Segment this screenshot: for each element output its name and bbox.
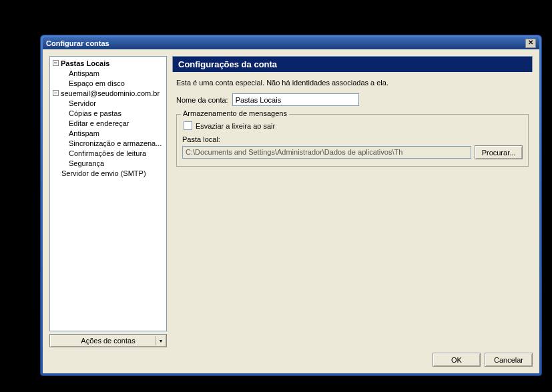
tree-item-security[interactable]: Segurança — [50, 158, 166, 168]
account-actions-button[interactable]: Ações de contas ▾ — [49, 334, 167, 347]
account-actions-label: Ações de contas — [81, 337, 135, 345]
tree-item-server[interactable]: Servidor — [50, 98, 166, 108]
tree-item-compose[interactable]: Editar e endereçar — [50, 118, 166, 128]
empty-trash-row: Esvaziar a lixeira ao sair — [184, 121, 523, 130]
empty-trash-label: Esvaziar a lixeira ao sair — [196, 122, 275, 130]
main-content: − Pastas Locais Antispam Espaço em disco… — [49, 56, 533, 347]
tree-item-email-account[interactable]: − seuemail@seudominio.com.br — [50, 88, 166, 98]
browse-button[interactable]: Procurar... — [475, 145, 523, 159]
ok-button[interactable]: OK — [433, 353, 481, 367]
account-name-input[interactable] — [232, 93, 359, 106]
local-folder-row: C:\Documents and Settings\Administrador\… — [182, 145, 523, 159]
chevron-down-icon[interactable]: ▾ — [156, 336, 165, 345]
window-title: Configurar contas — [46, 39, 109, 47]
tree-item-disk-space[interactable]: Espaço em disco — [50, 78, 166, 88]
client-area: − Pastas Locais Antispam Espaço em disco… — [43, 49, 539, 373]
storage-legend: Armazenamento de mensagens — [181, 109, 289, 117]
sidebar: − Pastas Locais Antispam Espaço em disco… — [49, 56, 167, 347]
panel-description: Esta é uma conta especial. Não há identi… — [176, 79, 529, 87]
local-folder-path[interactable]: C:\Documents and Settings\Administrador\… — [182, 146, 471, 159]
cancel-button[interactable]: Cancelar — [485, 353, 533, 367]
panel-title: Configurações da conta — [172, 56, 533, 72]
dialog-footer: OK Cancelar — [49, 347, 533, 367]
close-icon[interactable]: ✕ — [525, 39, 536, 48]
empty-trash-checkbox[interactable] — [184, 121, 192, 130]
tree-item-antispam-2[interactable]: Antispam — [50, 128, 166, 138]
tree-item-return-receipts[interactable]: Confirmações de leitura — [50, 148, 166, 158]
collapse-icon[interactable]: − — [53, 90, 59, 96]
collapse-icon[interactable]: − — [53, 60, 59, 66]
tree-item-local-folders[interactable]: − Pastas Locais — [50, 58, 166, 68]
tree-item-smtp[interactable]: Servidor de envio (SMTP) — [50, 168, 166, 178]
tree-item-antispam[interactable]: Antispam — [50, 68, 166, 78]
tree-item-copies[interactable]: Cópias e pastas — [50, 108, 166, 118]
tree-item-sync[interactable]: Sincronização e armazena... — [50, 138, 166, 148]
account-name-label: Nome da conta: — [176, 96, 228, 104]
panel-body: Esta é uma conta especial. Não há identi… — [172, 72, 533, 347]
window: Configurar contas ✕ − Pastas Locais Anti… — [40, 35, 542, 376]
titlebar[interactable]: Configurar contas ✕ — [43, 37, 539, 49]
settings-panel: Configurações da conta Esta é uma conta … — [172, 56, 533, 347]
storage-fieldset: Armazenamento de mensagens Esvaziar a li… — [176, 114, 529, 167]
account-name-row: Nome da conta: — [176, 93, 529, 106]
local-folder-label: Pasta local: — [182, 135, 523, 143]
account-tree[interactable]: − Pastas Locais Antispam Espaço em disco… — [49, 56, 167, 331]
